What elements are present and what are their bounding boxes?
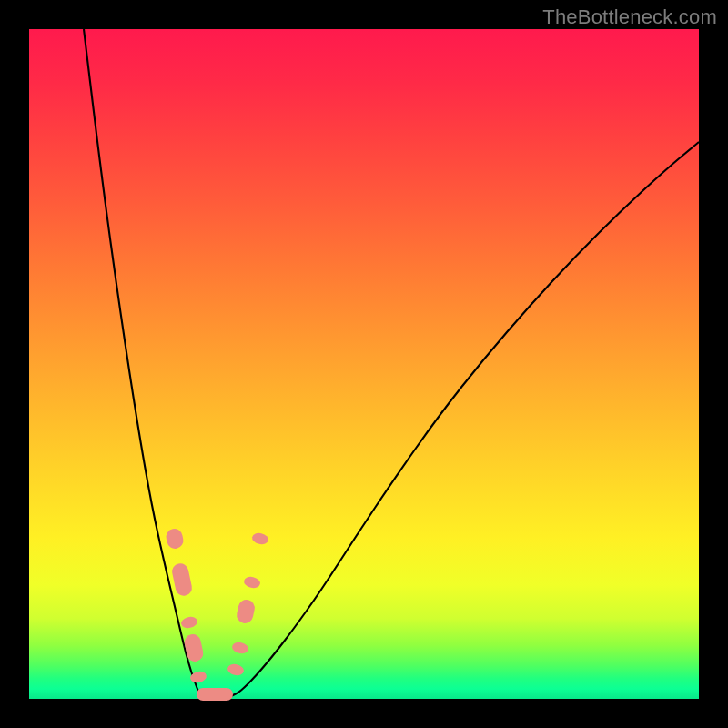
svg-rect-6: [243, 575, 261, 589]
svg-rect-3: [183, 632, 205, 662]
curves-svg: [29, 29, 699, 699]
data-markers: [165, 527, 269, 701]
svg-rect-9: [227, 662, 245, 676]
svg-rect-5: [251, 531, 269, 545]
plot-area: [29, 29, 699, 699]
chart-frame: TheBottleneck.com: [0, 0, 728, 728]
svg-rect-0: [165, 527, 185, 550]
left-curve: [84, 29, 202, 697]
watermark-text: TheBottleneck.com: [542, 5, 717, 29]
svg-rect-8: [231, 641, 249, 654]
svg-rect-10: [197, 688, 233, 701]
right-curve: [229, 142, 699, 697]
svg-rect-2: [180, 615, 198, 629]
svg-rect-1: [170, 562, 193, 598]
svg-rect-7: [235, 598, 256, 624]
